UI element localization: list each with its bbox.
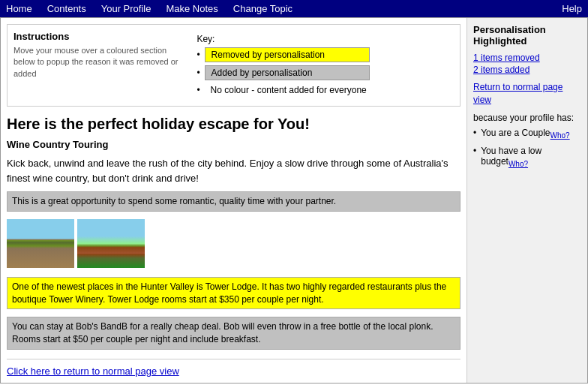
items-added-link[interactable]: 2 items added — [473, 65, 581, 75]
bottom-return-link[interactable]: Click here to return to normal page view — [7, 365, 179, 377]
because-text: because your profile has: — [473, 113, 581, 123]
bottom-link-section: Click here to return to normal page view — [7, 359, 460, 377]
nav-home[interactable]: Home — [6, 3, 32, 14]
key-section: Key: Removed by personalisation Added by… — [196, 31, 454, 100]
section-title: Wine Country Touring — [7, 139, 460, 150]
content-area: Instructions Move your mouse over a colo… — [1, 18, 467, 383]
sidebar: Personalisation Highlighted 1 items remo… — [467, 18, 587, 383]
sidebar-return-link[interactable]: Return to normal page view — [473, 81, 581, 107]
key-label: Key: — [196, 34, 454, 44]
added-block-2: You can stay at Bob's BandB for a really… — [7, 317, 460, 350]
instructions-text: Instructions Move your mouse over a colo… — [14, 31, 184, 100]
profile-couple-text: You are a CoupleWho? — [481, 128, 569, 140]
article-title: Here is the perfect holiday escape for Y… — [7, 116, 460, 133]
instructions-box: Instructions Move your mouse over a colo… — [7, 24, 460, 107]
nav-your-profile[interactable]: Your Profile — [101, 3, 152, 14]
profile-item-budget: You have a low budgetWho? — [473, 146, 581, 168]
nav-help[interactable]: Help — [562, 3, 582, 14]
instructions-description: Move your mouse over a coloured section … — [14, 45, 184, 80]
key-normal-label: No colour - content added for everyone — [205, 83, 373, 97]
key-item-removed: Removed by personalisation — [196, 47, 454, 62]
added-block-1: This is a great opportunity to spend som… — [7, 191, 460, 212]
image-building — [77, 219, 145, 268]
images-row — [7, 219, 460, 268]
key-added-label: Added by personalisation — [205, 65, 370, 80]
profile-item-couple: You are a CoupleWho? — [473, 128, 581, 140]
intro-text: Kick back, unwind and leave the rush of … — [7, 156, 460, 185]
removed-block-1: One of the newest places in the Hunter V… — [7, 277, 460, 310]
who-link-couple[interactable]: Who? — [550, 131, 570, 140]
items-removed-link[interactable]: 1 items removed — [473, 53, 581, 63]
navbar: Home Contents Your Profile Make Notes Ch… — [0, 0, 588, 17]
key-item-added: Added by personalisation — [196, 65, 454, 80]
nav-make-notes[interactable]: Make Notes — [166, 3, 218, 14]
image-vineyard — [7, 219, 74, 268]
nav-change-topic[interactable]: Change Topic — [233, 3, 292, 14]
main-wrapper: Instructions Move your mouse over a colo… — [0, 17, 588, 383]
nav-contents[interactable]: Contents — [47, 3, 86, 14]
profile-budget-text: You have a low budgetWho? — [481, 146, 581, 168]
who-link-budget[interactable]: Who? — [508, 160, 528, 168]
instructions-title: Instructions — [14, 31, 184, 42]
key-removed-label: Removed by personalisation — [205, 47, 370, 62]
key-item-normal: No colour - content added for everyone — [196, 83, 454, 97]
sidebar-title: Personalisation Highlighted — [473, 24, 581, 47]
